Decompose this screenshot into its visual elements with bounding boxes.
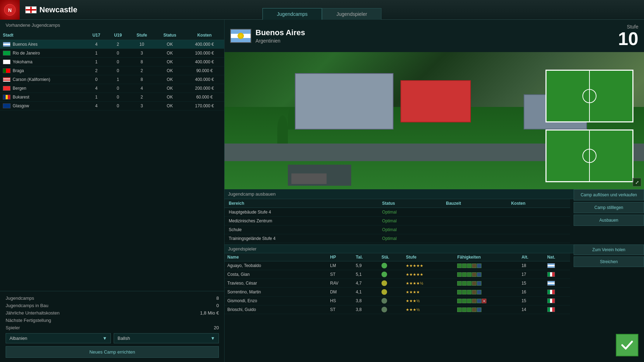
list-item[interactable]: Gismondi, Enzo HS 3,8 ★★★½ ✕ 15 xyxy=(225,297,570,305)
ar-flag-icon xyxy=(547,281,555,286)
camp-status: OK xyxy=(155,93,185,102)
player-stufe: ★★★★ xyxy=(403,288,454,297)
table-row[interactable]: Yokohama 1 0 8 OK 400.000 € xyxy=(0,58,224,66)
list-item[interactable]: Aguayo, Teobaldo LM 5,9 ★★★★★ 18 xyxy=(225,261,570,270)
stats-area: Jugendcamps 8 Jugendcamps in Bau 0 Jährl… xyxy=(0,291,225,362)
camp-kosten: 400.000 € xyxy=(185,75,224,84)
table-row[interactable]: Glasgow 4 0 3 OK 170.000 € xyxy=(0,102,224,110)
right-inner: Buenos Aires Argentinien Stufe 10 xyxy=(225,20,644,362)
table-row[interactable]: Rio de Janeiro 1 0 3 OK 100.000 € xyxy=(0,49,224,58)
skill-icon xyxy=(462,307,467,312)
player-name: Costa, Gian xyxy=(225,270,327,279)
player-fahigkeiten xyxy=(454,288,519,297)
camp-header: Buenos Aires Argentinien Stufe 10 xyxy=(225,20,644,52)
camp-city-cell: Rio de Janeiro xyxy=(0,49,86,58)
pause-camp-button[interactable]: Camp stilllegen xyxy=(574,202,644,213)
building-bauzeit xyxy=(442,208,507,217)
player-nat xyxy=(544,261,570,270)
release-player-button[interactable]: Streichen xyxy=(574,256,644,267)
stat-value: 20 xyxy=(214,325,219,330)
expand-button[interactable]: ⤢ xyxy=(633,178,641,186)
col-alt: Alt. xyxy=(519,253,544,261)
recruit-player-button[interactable]: Zum Verein holen xyxy=(574,244,644,255)
player-stufe: ★★★★★ xyxy=(403,270,454,279)
camp-stufe: 10 xyxy=(129,40,155,49)
chevron-down-icon: ▼ xyxy=(102,336,107,341)
table-row[interactable]: Bukarest 1 0 2 OK 60.000 € xyxy=(0,93,224,102)
table-row[interactable]: Carson (Kalifornien) 0 1 8 OK 400.000 € xyxy=(0,75,224,84)
dropdown-country[interactable]: Albanien ▼ xyxy=(6,333,111,343)
dissolve-camp-button[interactable]: Camp auflösen und verkaufen xyxy=(574,189,644,201)
skill-icon xyxy=(457,263,462,268)
stars-display: ★★★★ xyxy=(406,290,420,294)
dropdown-city[interactable]: Ballsh ▼ xyxy=(114,333,219,343)
col-u17: U17 xyxy=(86,31,107,40)
confirm-button[interactable] xyxy=(616,334,638,356)
list-item[interactable]: Sorrentino, Martin DM 4,1 ★★★★ 16 xyxy=(225,288,570,297)
player-fahigkeiten xyxy=(454,305,519,314)
player-tal: 4,1 xyxy=(353,288,379,297)
player-stufe: ★★★½ xyxy=(403,297,454,305)
camp-city-name: Buenos Aires xyxy=(13,42,38,47)
skill-icon xyxy=(457,299,462,303)
skill-icon xyxy=(477,272,481,277)
list-item[interactable]: Brioschi, Guido ST 3,8 ★★★½ 14 xyxy=(225,305,570,314)
camp-city-name: Yokohama xyxy=(13,59,32,64)
camp-status: OK xyxy=(155,40,185,49)
player-nat xyxy=(544,279,570,288)
camp-level-num: 10 xyxy=(618,30,638,48)
list-item[interactable]: Costa, Gian ST 5,1 ★★★★★ 17 xyxy=(225,270,570,279)
stat-unterhaltskosten: Jährliche Unterhaltskosten 1,8 Mio € xyxy=(6,310,219,316)
no-flag-icon xyxy=(3,86,11,91)
player-hp: ST xyxy=(327,305,353,314)
dropdown-country-value: Albanien xyxy=(10,336,27,341)
club-title: Newcastle xyxy=(39,5,77,14)
player-stufe: ★★★★★ xyxy=(403,261,454,270)
skill-icon xyxy=(477,299,481,303)
skill-icon xyxy=(467,299,472,303)
camp-u17: 4 xyxy=(86,102,107,110)
building-bereich: Trainingsgelände Stufe 4 xyxy=(225,234,378,243)
tree-1 xyxy=(277,115,288,144)
tab-jugendspieler[interactable]: Jugendspieler xyxy=(322,8,381,20)
table-row[interactable]: Braga 2 0 2 OK 90.000 € xyxy=(0,66,224,75)
player-hp: HS xyxy=(327,297,353,305)
col-stufe: Stufe xyxy=(129,31,155,40)
camp-status: OK xyxy=(155,58,185,66)
camp-city-name: Carson (Kalifornien) xyxy=(13,77,50,82)
camp-u17: 4 xyxy=(86,40,107,49)
table-row[interactable]: Bergen 4 0 4 OK 200.000 € xyxy=(0,84,224,93)
camp-name-info: Buenos Aires Argentinien xyxy=(255,28,614,44)
camp-stufe: 2 xyxy=(129,93,155,102)
tab-jugendcamps[interactable]: Jugendcamps xyxy=(263,8,322,20)
sta-icon xyxy=(381,263,387,268)
camp-kosten: 100.000 € xyxy=(185,49,224,58)
stat-in-bau: Jugendcamps in Bau 0 xyxy=(6,303,219,308)
camp-kosten: 400.000 € xyxy=(185,58,224,66)
player-name: Brioschi, Guido xyxy=(225,305,327,314)
skill-icon xyxy=(467,263,472,268)
football-field-2 xyxy=(545,129,633,182)
player-alt: 17 xyxy=(519,270,544,279)
player-table: Name HP Tal. Stä. Stufe Fähigkeiten Alt.… xyxy=(225,253,570,314)
player-sta xyxy=(379,297,403,305)
new-camp-button[interactable]: Neues Camp errichten xyxy=(6,346,219,358)
stat-label: Spieler xyxy=(6,325,20,330)
col-nat: Nat. xyxy=(544,253,570,261)
expand-camp-button[interactable]: Ausbauen xyxy=(574,215,644,226)
dropdown-city-value: Ballsh xyxy=(118,336,130,341)
camp-kosten: 90.000 € xyxy=(185,66,224,75)
camp-u19: 0 xyxy=(107,102,128,110)
player-fahigkeiten xyxy=(454,270,519,279)
it-flag-icon xyxy=(547,290,555,294)
building-kosten xyxy=(507,208,570,217)
camp-city-name: Glasgow xyxy=(13,103,29,108)
camp-stufe: 8 xyxy=(129,75,155,84)
player-alt: 15 xyxy=(519,279,544,288)
skill-icon xyxy=(472,307,476,312)
player-action-buttons: Zum Verein holen Streichen xyxy=(574,244,644,268)
table-row[interactable]: Buenos Aires 4 2 10 OK 400.000 € xyxy=(0,40,224,49)
building-status: Optimal xyxy=(378,226,442,234)
ar-flag-icon xyxy=(3,42,11,47)
list-item[interactable]: Travieso, César RAV 4,7 ★★★★½ 15 xyxy=(225,279,570,288)
